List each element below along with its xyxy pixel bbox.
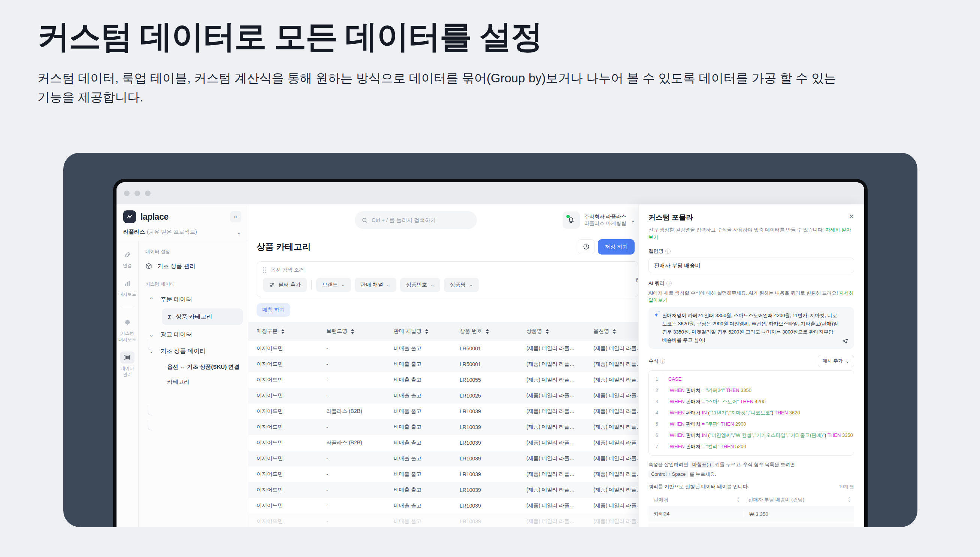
- sort-icon[interactable]: ˄˅: [737, 497, 740, 502]
- global-search-input[interactable]: Ctrl + / 를 눌러서 검색하기: [355, 211, 477, 229]
- rail-item[interactable]: 연결: [120, 249, 134, 269]
- table-row[interactable]: 이지어드민-비매출 출고LR10055(제품) 데일리 라플라스 올인원...(…: [248, 372, 639, 388]
- rail-item[interactable]: 데이터 관리: [120, 352, 134, 377]
- table-row[interactable]: 이지어드민-비매출 출고LR10039(제품) 데일리 라플라스 올인원...(…: [248, 513, 639, 527]
- result-column-header[interactable]: 판매처˄˅: [648, 496, 743, 503]
- table-cell: (제품) 데일리 라플라스 올인원...: [518, 440, 585, 446]
- sort-icon[interactable]: [351, 329, 354, 334]
- filter-card: 옵션 검색 조건 ↻ 필터 추가 브랜드⌄판매 채널⌄상품번호⌄상품명⌄: [256, 261, 639, 297]
- table-row[interactable]: 이지어드민라플라스 (B2B)비매출 출고LR10039(제품) 데일리 라플라…: [248, 404, 639, 419]
- rail-item[interactable]: 대시보드: [118, 277, 136, 297]
- sort-icon[interactable]: [613, 329, 616, 334]
- send-icon[interactable]: [841, 337, 849, 344]
- sort-icon[interactable]: [546, 329, 549, 334]
- hero-section: 커스텀 데이터로 모든 데이터를 설정 커스텀 데이터, 룩업 테이블, 커스텀…: [38, 15, 952, 107]
- filter-chip[interactable]: 상품번호⌄: [400, 278, 440, 292]
- close-icon[interactable]: ✕: [849, 213, 854, 220]
- table-row[interactable]: 이지어드민-비매출 출고LR10039(제품) 데일리 라플라스 올인원...(…: [248, 419, 639, 435]
- chevron-down-icon: ⌄: [341, 282, 345, 287]
- sort-icon[interactable]: [281, 329, 284, 334]
- history-button[interactable]: [578, 239, 595, 254]
- panel-subtitle: 신규 생성할 컬럼명을 입력하고 수식을 사용하여 맞춤 데이터를 만들 수 있…: [648, 226, 854, 241]
- table-cell: 이지어드민: [248, 502, 318, 509]
- line-number: 4: [649, 407, 663, 419]
- laplace-logo-icon: [123, 210, 136, 223]
- tree-connector: [148, 339, 152, 350]
- table-cell: LR10039: [451, 471, 518, 477]
- formula-code-editor[interactable]: 1CASE2 WHEN 판매처 = "카페24" THEN 33503 WHEN…: [648, 370, 854, 456]
- table-row[interactable]: 이지어드민-비매출 출고LR10039(제품) 데일리 라플라스 올인원...(…: [248, 482, 639, 498]
- sigma-icon: Σ: [168, 314, 171, 320]
- result-table: 판매처˄˅판매자 부담 배송비 (건당)˄˅ 카페24₩ 3,350스마트스토어…: [648, 493, 854, 527]
- column-header[interactable]: 상품 번호: [451, 328, 518, 335]
- sidebar-item-category[interactable]: 카테고리: [167, 374, 243, 389]
- table-row[interactable]: 이지어드민-비매출 출고LR10039(제품) 데일리 라플라스 올인원...(…: [248, 498, 639, 513]
- sidebar-item-ad-data[interactable]: ⌄ 광고 데이터: [145, 326, 243, 343]
- table-cell: 비매출 출고: [385, 376, 451, 383]
- table-row[interactable]: 이지어드민-비매출 출고LR10039(제품) 데일리 라플라스 올인원...(…: [248, 451, 639, 466]
- sidebar-item-product-category[interactable]: Σ 상품 카테고리: [162, 308, 243, 325]
- chevron-down-icon: ⌄: [236, 229, 241, 235]
- table-cell: (제품) 데일리 라플라스 올인원...: [518, 376, 585, 383]
- table-cell: (제품) 데일리 라플라스 올인원...: [518, 392, 585, 399]
- code-line: 1CASE: [649, 374, 854, 385]
- sparkle-icon: ✦✦: [654, 311, 658, 344]
- drag-handle-icon[interactable]: [263, 267, 266, 273]
- window-dot[interactable]: [134, 191, 140, 196]
- sort-icon[interactable]: [486, 329, 489, 334]
- ai-query-helper: AI에게 새로 생성할 수식에 대해 설명해주세요. AI가 원하는 내용을 쿼…: [648, 289, 854, 304]
- account-selector[interactable]: 주식회사 라플라스 라플라스 마케팅팀 ⌄: [563, 212, 635, 229]
- column-header[interactable]: 브랜드명: [318, 328, 385, 335]
- table-row[interactable]: 이지어드민-비매출 출고LR10025(제품) 데일리 라플라스 올인원...(…: [248, 388, 639, 404]
- code-line: 5 WHEN 판매처 = "쿠팡" THEN 2900: [649, 419, 854, 430]
- column-name-input[interactable]: [648, 257, 854, 273]
- save-button[interactable]: 저장 하기: [598, 239, 635, 254]
- column-header[interactable]: 상품명: [518, 328, 585, 335]
- filter-chip[interactable]: 상품명⌄: [444, 278, 479, 292]
- table-cell: 이지어드민: [248, 518, 318, 525]
- chevron-down-icon: ⌄: [846, 358, 849, 364]
- ai-query-label: AI 쿼리 i: [648, 280, 854, 287]
- chevron-down-icon: ⌄: [630, 217, 635, 223]
- result-column-header[interactable]: 판매자 부담 배송비 (건당)˄˅: [743, 496, 854, 503]
- table-cell: 이지어드민: [248, 471, 318, 478]
- sidebar-item-order-data[interactable]: ⌃ 주문 데이터: [145, 291, 243, 308]
- column-header[interactable]: 옵션명: [585, 328, 639, 335]
- table-row[interactable]: 이지어드민라플라스 (B2B)비매출 출고LR10039(제품) 데일리 라플라…: [248, 435, 639, 451]
- rail-item[interactable]: 커스텀 대시보드: [118, 316, 136, 342]
- sort-icon[interactable]: ˄˅: [848, 497, 850, 502]
- team-name: 라플라스 마케팅팀: [585, 220, 626, 227]
- table-cell: LR50001: [451, 345, 518, 352]
- nav-section-label: 데이터 설정: [145, 249, 243, 255]
- filter-chip[interactable]: 판매 채널⌄: [355, 278, 396, 292]
- table-cell: LR10039: [451, 503, 518, 509]
- table-row[interactable]: 이지어드민-비매출 출고LR50001(제품) 데일리 라플라스 올인원...(…: [248, 340, 639, 357]
- add-example-button[interactable]: 예시 추가 ⌄: [818, 355, 854, 367]
- result-row[interactable]: 스마트스토어₩ 4,200: [648, 523, 854, 527]
- table-cell: 비매출 출고: [385, 502, 451, 509]
- barcode-icon: [120, 352, 134, 363]
- sidebar-item-option-sku-link[interactable]: 옵션 ↔ 기초 상품(SKU) 연결: [167, 359, 243, 374]
- project-selector[interactable]: 라플라스 (공유 받은 프로젝트) ⌄: [123, 228, 241, 235]
- add-filter-button[interactable]: 필터 추가: [263, 278, 307, 292]
- sort-icon[interactable]: [425, 329, 428, 334]
- table-row[interactable]: 이지어드민-비매출 출고LR10039(제품) 데일리 라플라스 올인원...(…: [248, 466, 639, 482]
- column-header[interactable]: 매칭구분: [248, 328, 318, 335]
- table-row[interactable]: 이지어드민-비매출 출고LR50001(제품) 데일리 라플라스 올인원...(…: [248, 357, 639, 372]
- table-cell: 이지어드민: [248, 455, 318, 462]
- table-cell: -: [318, 424, 385, 430]
- code-line: 4 WHEN 판매처 IN ("11번가","지마켓","니코보코") THEN…: [649, 407, 854, 419]
- column-header[interactable]: 판매 채널명: [385, 328, 451, 335]
- refresh-icon[interactable]: ↻: [635, 276, 639, 285]
- sidebar-item-base-product-data[interactable]: ⌄ 기초 상품 데이터: [145, 343, 243, 359]
- window-dot[interactable]: [124, 191, 130, 196]
- matching-button[interactable]: 매칭 하기: [256, 303, 290, 317]
- window-dot[interactable]: [145, 191, 150, 196]
- result-row[interactable]: 카페24₩ 3,350: [648, 506, 854, 522]
- sidebar-item-base-product[interactable]: 기초 상품 관리: [145, 259, 243, 274]
- sidebar-collapse-button[interactable]: «: [230, 211, 241, 222]
- line-number: 6: [649, 430, 663, 441]
- filter-chip[interactable]: 브랜드⌄: [316, 278, 351, 292]
- notification-bell-icon[interactable]: [563, 212, 580, 229]
- ai-query-box[interactable]: ✦✦ 판매처명이 카페24 일때 3350원, 스마트스토어일때 4200원, …: [648, 307, 854, 349]
